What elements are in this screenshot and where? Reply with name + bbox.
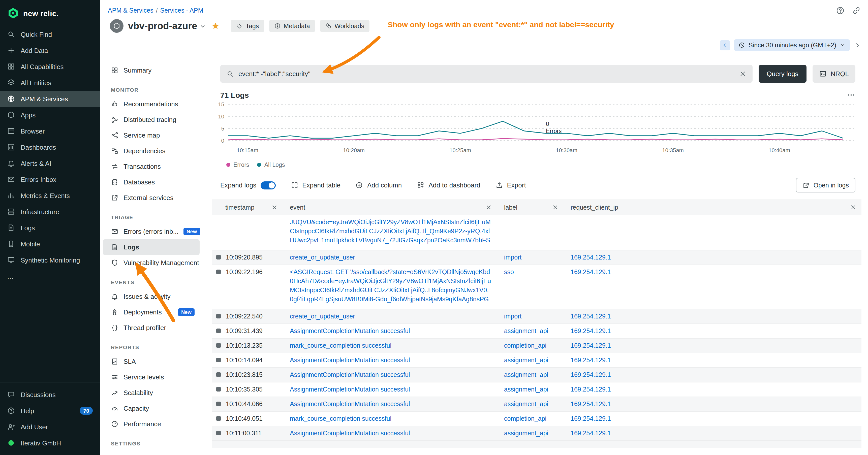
time-forward-button[interactable] [854,41,861,48]
row-select-box[interactable] [216,328,221,333]
row-select-box[interactable] [216,431,221,435]
subnav-item-transactions[interactable]: Transactions [103,159,199,174]
time-range-picker[interactable]: Since 30 minutes ago (GMT+2) [734,39,850,51]
subnav-item-databases[interactable]: Databases [103,174,199,190]
log-row[interactable]: 10:11:00.311AssignmentCompletionMutation… [212,426,862,441]
subnav-item-errors-errors-inb[interactable]: Errors (errors inb...New [103,224,199,239]
nav-item-alerts-ai[interactable]: Alerts & AI [0,155,100,171]
nav-item-add-data[interactable]: Add Data [0,42,100,59]
event-link[interactable]: AssignmentCompletionMutation successful [290,385,410,394]
log-row[interactable]: JUQVU&code=eyJraWQiOiJjcGltY29yZV8wOTl1M… [212,215,862,251]
event-link[interactable]: AssignmentCompletionMutation successful [290,356,410,365]
subnav-item-deployments[interactable]: DeploymentsNew [103,304,199,320]
label-link[interactable]: completion_api [504,415,547,422]
entity-switcher-chevron-icon[interactable] [199,23,207,30]
label-link[interactable]: import [504,313,522,320]
row-select-box[interactable] [216,372,221,377]
nav-footer-item-discussions[interactable]: Discussions [0,387,100,402]
event-link[interactable]: create_or_update_user [290,312,355,321]
favorite-star-icon[interactable] [212,22,220,30]
nav-item-infrastructure[interactable]: Infrastructure [0,203,100,220]
logs-timeseries-chart[interactable]: 15105010:15am10:20am10:25am10:30am10:35a… [209,101,855,158]
ip-link[interactable]: 169.254.129.1 [570,327,611,334]
subnav-item-thread-profiler[interactable]: Thread profiler [103,320,199,335]
subnav-item-dependencies[interactable]: Dependencies [103,143,199,159]
label-link[interactable]: import [504,254,522,261]
logs-query-input[interactable]: event:* -"label":"security" [220,65,752,83]
nav-item-all-entities[interactable]: All Entities [0,74,100,91]
row-select-box[interactable] [216,401,221,406]
expand-logs-toggle[interactable] [260,181,276,189]
help-icon[interactable] [836,6,845,15]
subnav-item-scalability[interactable]: Scalability [103,385,199,400]
subnav-item-capacity[interactable]: Capacity [103,400,199,416]
breadcrumb-link-services-apm[interactable]: Services - APM [160,7,204,14]
remove-column-icon[interactable] [271,204,278,210]
log-row[interactable]: 10:10:44.066AssignmentCompletionMutation… [212,397,862,412]
event-link[interactable]: AssignmentCompletionMutation successful [290,399,410,409]
remove-column-icon[interactable] [486,204,492,210]
label-link[interactable]: completion_api [504,342,547,349]
subnav-item-logs[interactable]: Logs [103,239,199,255]
legend-errors[interactable]: Errors [226,162,249,168]
ip-link[interactable]: 169.254.129.1 [570,430,611,437]
row-select-box[interactable] [216,314,221,319]
ip-link[interactable]: 169.254.129.1 [570,400,611,408]
subnav-item-summary[interactable]: Summary [103,63,199,78]
log-row-partial[interactable] [212,441,862,448]
metadata-button[interactable]: Metadata [269,20,315,32]
label-link[interactable]: assignment_api [504,386,548,393]
label-link[interactable]: assignment_api [504,357,548,364]
tags-button[interactable]: Tags [231,20,264,32]
workloads-button[interactable]: Workloads [320,20,370,32]
label-link[interactable]: assignment_api [504,400,548,408]
label-link[interactable]: assignment_api [504,430,548,437]
subnav-item-distributed-tracing[interactable]: Distributed tracing [103,112,199,128]
ip-link[interactable]: 169.254.129.1 [570,386,611,393]
event-link[interactable]: AssignmentCompletionMutation successful [290,370,410,380]
row-select-box[interactable] [216,269,221,274]
subnav-item-recommendations[interactable]: Recommendations [103,96,199,112]
ip-link[interactable]: 169.254.129.1 [570,313,611,320]
event-link[interactable]: mark_course_completion successful [290,341,392,350]
log-row[interactable]: 10:09:20.895create_or_update_userimport1… [212,251,862,265]
subnav-item-service-map[interactable]: Service map [103,128,199,143]
ip-link[interactable]: 169.254.129.1 [570,415,611,422]
nav-item-logs[interactable]: Logs [0,220,100,236]
nav-item-all-capabilities[interactable]: All Capabilities [0,59,100,74]
subnav-item-sla[interactable]: SLA [103,354,199,369]
more-options-icon[interactable] [847,91,856,99]
label-link[interactable]: assignment_api [504,327,548,334]
toolbar-add-column[interactable]: Add column [355,182,402,189]
permalink-icon[interactable] [852,6,861,15]
event-link[interactable]: mark_course_completion successful [290,414,392,423]
nav-item-browser[interactable]: Browser [0,123,100,139]
ip-link[interactable]: 169.254.129.1 [570,254,611,261]
subnav-item-service-levels[interactable]: Service levels [103,369,199,385]
log-row[interactable]: 10:09:22.196<ASGIRequest: GET '/sso/call… [212,265,862,310]
nav-item-quick-find[interactable]: Quick Find [0,26,100,42]
nav-item-item[interactable]: … [0,268,100,284]
ip-link[interactable]: 169.254.129.1 [570,357,611,364]
log-row[interactable]: 10:09:22.540create_or_update_userimport1… [212,310,862,324]
nav-item-synthetic-monitoring[interactable]: Synthetic Monitoring [0,252,100,268]
query-logs-button[interactable]: Query logs [758,65,806,83]
ip-link[interactable]: 169.254.129.1 [570,268,611,275]
ip-link[interactable]: 169.254.129.1 [570,371,611,379]
breadcrumb-link-apm-services[interactable]: APM & Services [108,7,154,14]
subnav-item-vulnerability-management[interactable]: Vulnerability Management [103,255,199,270]
toolbar-expand-logs[interactable]: Expand logs [220,181,276,189]
row-select-box[interactable] [216,358,221,362]
event-link[interactable]: AssignmentCompletionMutation successful [290,326,410,335]
remove-column-icon[interactable] [850,204,857,210]
nav-footer-item-help[interactable]: Help70 [0,402,100,419]
nav-item-apm-services[interactable]: APM & Services [0,91,100,107]
event-link[interactable]: AssignmentCompletionMutation successful [290,429,410,438]
nav-footer-item-iterativ-gmbh[interactable]: Iterativ GmbH [0,435,100,451]
toolbar-add-to-dashboard[interactable]: Add to dashboard [417,182,480,189]
toolbar-expand-table[interactable]: Expand table [290,182,341,189]
ip-link[interactable]: 169.254.129.1 [570,342,611,349]
subnav-item-external-services[interactable]: External services [103,190,199,205]
log-row[interactable]: 10:10:35.305AssignmentCompletionMutation… [212,383,862,397]
nav-item-dashboards[interactable]: Dashboards [0,139,100,155]
